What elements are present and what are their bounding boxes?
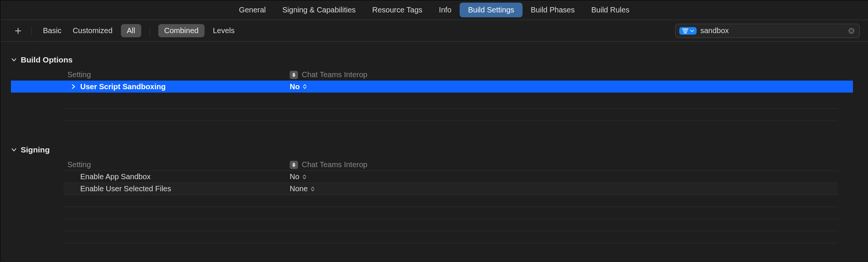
editor-pane: General Signing & Capabilities Resource … [0, 0, 868, 262]
column-header-setting: Setting [11, 70, 290, 79]
column-header-target: Chat Teams Interop [290, 70, 367, 79]
filter-mode-segment: Basic Customized All [40, 24, 141, 37]
svg-rect-2 [684, 32, 687, 33]
tab-resource-tags[interactable]: Resource Tags [364, 3, 431, 17]
clear-search-button[interactable] [847, 27, 856, 35]
section-signing: Signing Setting Chat Teams Interop Enabl… [11, 145, 853, 255]
toolbar-separator [31, 26, 32, 35]
settings-rows: User Script Sandboxing No [11, 81, 853, 93]
setting-value: No [290, 82, 300, 91]
dropdown-stepper-icon [311, 187, 315, 191]
tab-general[interactable]: General [231, 3, 274, 17]
column-header-row: Setting Chat Teams Interop [11, 159, 853, 171]
dropdown-stepper-icon [303, 175, 306, 179]
clear-icon [848, 27, 855, 34]
svg-rect-1 [683, 30, 688, 31]
tab-build-rules[interactable]: Build Rules [583, 3, 638, 17]
chevron-down-icon [690, 29, 694, 33]
tab-info[interactable]: Info [431, 3, 460, 17]
empty-rules [11, 96, 853, 133]
row-enable-app-sandbox[interactable]: Enable App Sandbox No [64, 171, 838, 183]
row-enable-user-selected-files[interactable]: Enable User Selected Files None [64, 183, 838, 195]
filter-basic[interactable]: Basic [40, 24, 64, 37]
setting-value-cell[interactable]: No [290, 82, 307, 91]
filter-customized[interactable]: Customized [70, 24, 116, 37]
view-mode-segment: Combined Levels [158, 24, 238, 37]
setting-value-cell[interactable]: No [290, 172, 306, 181]
setting-value: No [290, 172, 300, 181]
chevron-right-icon[interactable] [71, 84, 76, 89]
chevron-down-icon [11, 57, 17, 63]
plus-icon [14, 27, 22, 35]
tab-build-phases[interactable]: Build Phases [523, 3, 583, 17]
scope-lines-icon [682, 28, 689, 34]
view-levels[interactable]: Levels [210, 24, 238, 37]
setting-name: Enable User Selected Files [80, 184, 171, 193]
column-header-target: Chat Teams Interop [290, 160, 367, 169]
view-combined[interactable]: Combined [158, 24, 205, 37]
tab-build-settings[interactable]: Build Settings [460, 3, 522, 17]
signing-rows: Enable App Sandbox No Enable User Select… [64, 171, 838, 255]
column-header-setting: Setting [11, 160, 290, 169]
filter-all[interactable]: All [121, 24, 141, 37]
search-field[interactable] [675, 24, 860, 38]
settings-body: Build Options Setting Chat Teams Interop [0, 42, 868, 262]
target-name: Chat Teams Interop [302, 160, 367, 169]
chevron-down-icon [11, 147, 17, 153]
app-target-icon [290, 161, 298, 169]
section-build-options: Build Options Setting Chat Teams Interop [11, 55, 853, 133]
app-target-icon [290, 71, 298, 79]
setting-value: None [290, 184, 308, 193]
setting-name: Enable App Sandbox [80, 172, 151, 181]
setting-value-cell[interactable]: None [290, 184, 315, 193]
setting-name: User Script Sandboxing [80, 82, 166, 91]
section-title: Signing [21, 145, 50, 154]
svg-rect-0 [682, 29, 688, 29]
column-header-row: Setting Chat Teams Interop [11, 69, 853, 81]
setting-name-cell: Enable User Selected Files [64, 184, 290, 193]
section-build-options-header[interactable]: Build Options [11, 55, 853, 64]
build-settings-toolbar: Basic Customized All Combined Levels [0, 20, 868, 42]
section-signing-header[interactable]: Signing [11, 145, 853, 154]
toolbar-separator [150, 26, 150, 35]
search-input[interactable] [700, 26, 844, 35]
setting-name-cell: User Script Sandboxing [11, 82, 290, 91]
row-user-script-sandboxing[interactable]: User Script Sandboxing No [11, 81, 853, 93]
target-name: Chat Teams Interop [302, 70, 367, 79]
add-build-setting-button[interactable] [13, 26, 23, 36]
search-scope-button[interactable] [679, 27, 697, 35]
setting-name-cell: Enable App Sandbox [64, 172, 290, 181]
tab-signing-capabilities[interactable]: Signing & Capabilities [274, 3, 364, 17]
target-tabs: General Signing & Capabilities Resource … [0, 0, 868, 20]
section-title: Build Options [21, 55, 73, 64]
dropdown-stepper-icon [303, 84, 307, 89]
